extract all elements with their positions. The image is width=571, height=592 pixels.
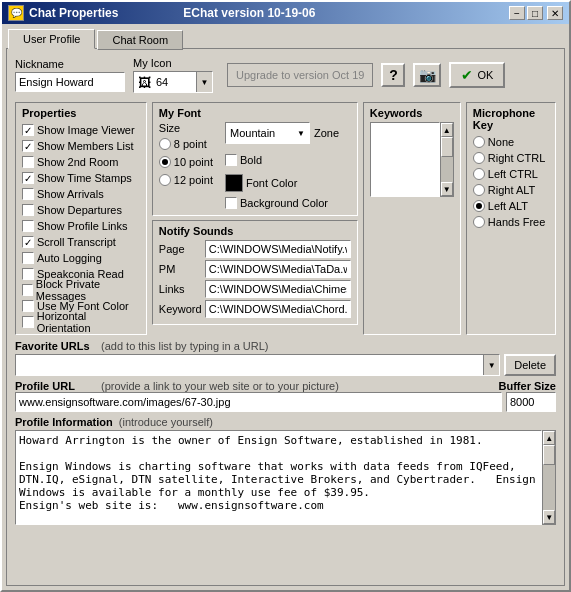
main-window: 💬 Chat Properties EChat version 10-19-06…: [0, 0, 571, 592]
favorite-urls-label: Favorite URLs: [15, 340, 95, 352]
zone-select[interactable]: Mountain ▼: [225, 122, 310, 144]
bg-color-label: Background Color: [240, 197, 328, 209]
profile-info-section: Profile Information (introduce yourself)…: [15, 416, 556, 525]
checkbox-show-image-viewer[interactable]: [22, 124, 34, 136]
icon-dropdown-arrow[interactable]: ▼: [196, 72, 212, 92]
notify-input-pm[interactable]: [205, 260, 351, 278]
checkbox-horizontal-orientation[interactable]: [22, 316, 34, 328]
bold-checkbox[interactable]: [225, 154, 237, 166]
label-8pt: 8 point: [174, 138, 207, 150]
checkbox-speakconia-read[interactable]: [22, 268, 34, 280]
bold-row: Bold: [225, 152, 339, 168]
mic-radio-right-alt[interactable]: [473, 184, 485, 196]
mic-row-none: None: [473, 134, 549, 150]
nickname-input[interactable]: [15, 72, 125, 92]
mic-radio-none[interactable]: [473, 136, 485, 148]
title-bar: 💬 Chat Properties EChat version 10-19-06…: [2, 2, 569, 24]
notify-input-links[interactable]: [205, 280, 351, 298]
icon-image: 🖼: [134, 72, 154, 92]
keywords-scroll-thumb[interactable]: [441, 137, 453, 157]
properties-list: Show Image ViewerShow Members ListShow 2…: [22, 122, 140, 330]
font-color-row: Font Color: [225, 175, 339, 191]
bottom-section: Favorite URLs (add to this list by typin…: [15, 340, 556, 525]
font-color-swatch[interactable]: [225, 174, 243, 192]
label-show-members-list: Show Members List: [37, 140, 134, 152]
buffer-size-input[interactable]: [506, 392, 556, 412]
favorite-combo[interactable]: ▼: [15, 354, 500, 376]
notify-input-page[interactable]: [205, 240, 351, 258]
profile-url-input[interactable]: [15, 392, 502, 412]
camera-button[interactable]: 📷: [413, 63, 441, 87]
keywords-scroll-down[interactable]: ▼: [441, 182, 453, 196]
checkbox-block-private-messages[interactable]: [22, 284, 33, 296]
notify-input-keyword[interactable]: [205, 300, 351, 318]
checkbox-show-2nd-room[interactable]: [22, 156, 34, 168]
notify-row-keyword: Keyword: [159, 300, 351, 318]
delete-button[interactable]: Delete: [504, 354, 556, 376]
mic-label-none: None: [488, 136, 514, 148]
profile-scroll-thumb[interactable]: [543, 445, 555, 465]
checkbox-show-departures[interactable]: [22, 204, 34, 216]
tab-user-profile[interactable]: User Profile: [8, 29, 95, 49]
favorite-combo-arrow[interactable]: ▼: [483, 355, 499, 375]
minimize-button[interactable]: −: [509, 6, 525, 20]
bold-label: Bold: [240, 154, 262, 166]
tab-chat-room[interactable]: Chat Room: [97, 30, 183, 50]
font-size-row-8pt: 8 point: [159, 136, 213, 152]
window-title: Chat Properties: [29, 6, 118, 20]
notify-row-pm: PM: [159, 260, 351, 278]
mic-radio-left-ctrl[interactable]: [473, 168, 485, 180]
label-horizontal-orientation: Horizontal Orientation: [37, 310, 140, 334]
checkbox-scroll-transcript[interactable]: [22, 236, 34, 248]
label-show-2nd-room: Show 2nd Room: [37, 156, 118, 168]
checkbox-use-my-font-color[interactable]: [22, 300, 34, 312]
keywords-scroll-up[interactable]: ▲: [441, 123, 453, 137]
checkbox-show-profile-links[interactable]: [22, 220, 34, 232]
zone-arrow[interactable]: ▼: [297, 129, 305, 138]
property-row-show-time-stamps: Show Time Stamps: [22, 170, 140, 186]
maximize-button[interactable]: □: [527, 6, 543, 20]
checkbox-show-arrivals[interactable]: [22, 188, 34, 200]
mic-radio-right-ctrl[interactable]: [473, 152, 485, 164]
mic-label-right-ctrl: Right CTRL: [488, 152, 545, 164]
property-row-scroll-transcript: Scroll Transcript: [22, 234, 140, 250]
app-icon: 💬: [8, 5, 24, 21]
checkbox-auto-logging[interactable]: [22, 252, 34, 264]
microphone-box: Microphone Key NoneRight CTRLLeft CTRLRi…: [466, 102, 556, 335]
main-panels: Properties Show Image ViewerShow Members…: [15, 102, 556, 335]
profile-info-header: Profile Information (introduce yourself): [15, 416, 556, 428]
profile-scroll-down[interactable]: ▼: [543, 510, 555, 524]
profile-url-section: Profile URL (provide a link to your web …: [15, 380, 556, 412]
bg-color-checkbox[interactable]: [225, 197, 237, 209]
label-block-private-messages: Block Private Messages: [36, 278, 140, 302]
checkbox-show-members-list[interactable]: [22, 140, 34, 152]
property-row-show-arrivals: Show Arrivals: [22, 186, 140, 202]
checkbox-show-time-stamps[interactable]: [22, 172, 34, 184]
mic-radio-hands-free[interactable]: [473, 216, 485, 228]
close-button[interactable]: ✕: [547, 6, 563, 20]
top-bar: Nickname My Icon 🖼 64 ▼ Upgrade to versi…: [15, 57, 556, 93]
mic-radio-left-alt[interactable]: [473, 200, 485, 212]
profile-scroll-up[interactable]: ▲: [543, 431, 555, 445]
buffer-size-label: Buffer Size: [499, 380, 556, 392]
radio-8pt[interactable]: [159, 138, 171, 150]
upgrade-button[interactable]: Upgrade to version Oct 19: [227, 63, 373, 87]
font-label: My Font: [159, 107, 351, 119]
profile-info-textarea[interactable]: [15, 430, 542, 525]
ok-button[interactable]: ✔ OK: [449, 62, 505, 88]
label-10pt: 10 point: [174, 156, 213, 168]
mic-label-left-ctrl: Left CTRL: [488, 168, 538, 180]
keywords-box: Keywords ▲ ▼: [363, 102, 461, 335]
favorite-urls-controls: ▼ Delete: [15, 354, 556, 376]
font-size-row-12pt: 12 point: [159, 172, 213, 188]
radio-10pt[interactable]: [159, 156, 171, 168]
mic-label-hands-free: Hands Free: [488, 216, 545, 228]
icon-select[interactable]: 🖼 64 ▼: [133, 71, 213, 93]
help-button[interactable]: ?: [381, 63, 405, 87]
radio-12pt[interactable]: [159, 174, 171, 186]
property-row-show-2nd-room: Show 2nd Room: [22, 154, 140, 170]
notify-label-pm: PM: [159, 263, 201, 275]
property-row-show-members-list: Show Members List: [22, 138, 140, 154]
keywords-textarea[interactable]: [370, 122, 440, 197]
profile-url-controls: [15, 392, 556, 412]
